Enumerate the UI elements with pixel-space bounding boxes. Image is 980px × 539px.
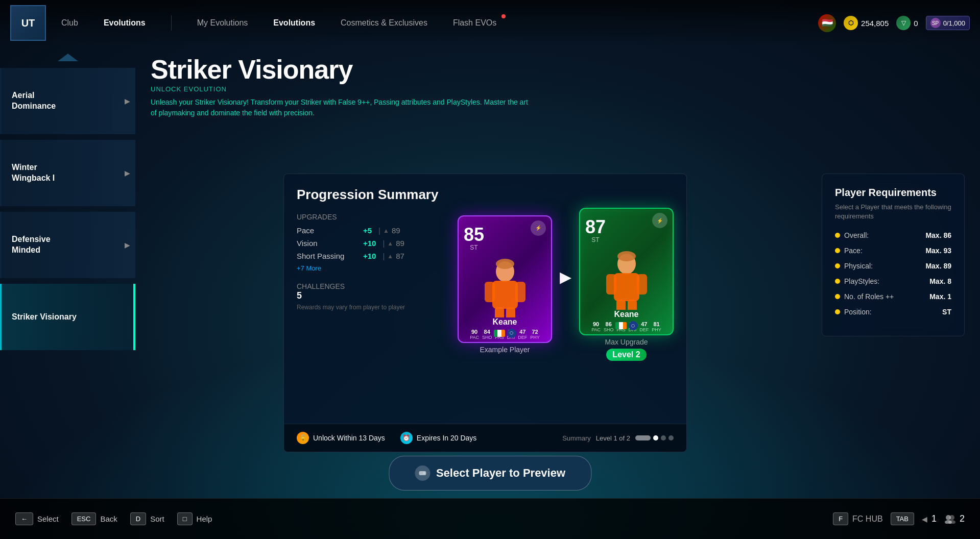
- sidebar-item-defensive-minded[interactable]: DefensiveMinded ▶: [0, 212, 135, 278]
- sidebar-item-aerial-dominance[interactable]: AerialDominance ▶: [0, 68, 135, 134]
- pace-upgrade-row: Pace +5 | ▲ 89: [297, 226, 447, 235]
- nav-my-evolutions[interactable]: My Evolutions: [192, 16, 253, 30]
- top-navigation: Club Evolutions My Evolutions Evolutions…: [0, 0, 980, 46]
- pace-upgrade-value: +5: [363, 226, 372, 235]
- sort-key: D: [130, 512, 146, 525]
- select-key: ←: [15, 512, 33, 525]
- bottom-control-bar: ← Select ESC Back D Sort □ Help F FC HUB…: [0, 498, 980, 539]
- prev-page-icon[interactable]: ◀: [922, 515, 927, 523]
- coins-value: 254,805: [861, 19, 889, 28]
- vision-upgrade-row: Vision +10 | ▲ 89: [297, 239, 447, 248]
- req-playstyles-label: PlayStyles:: [844, 277, 879, 285]
- after-card-container: 87 ST ⚡: [579, 208, 674, 361]
- req-pace-label: Pace:: [844, 247, 863, 255]
- fc-hub-icon: F: [833, 512, 848, 525]
- back-control: ESC Back: [71, 512, 117, 525]
- req-dot-icon: [835, 233, 840, 238]
- req-overall: Overall: Max. 86: [835, 231, 951, 239]
- req-position-value: ST: [942, 308, 951, 316]
- main-content: Striker Visionary Unlock Evolution Unlea…: [135, 46, 980, 498]
- sidebar-arrow-icon: ▶: [125, 97, 130, 105]
- progression-bottom-bar: 🔓 Unlock Within 13 Days ⏰ Expires In 20 …: [284, 424, 686, 452]
- after-card-footer: ⬡: [615, 321, 638, 330]
- svg-rect-4: [495, 307, 504, 317]
- req-physical-value: Max. 89: [925, 262, 951, 270]
- sidebar-arrow-icon: ▶: [125, 241, 130, 249]
- requirements-panel: Player Requirements Select a Player that…: [822, 174, 965, 336]
- sort-control: D Sort: [130, 512, 164, 525]
- svg-rect-1: [492, 281, 518, 309]
- league-after-icon: ⬡: [629, 321, 638, 330]
- select-player-btn-icon: [415, 465, 430, 481]
- challenges-label: Challenges: [297, 282, 447, 290]
- req-physical-label: Physical:: [844, 262, 873, 270]
- svg-point-6: [496, 259, 514, 269]
- before-card-position: ST: [464, 244, 484, 251]
- nav-separator: [171, 15, 172, 31]
- svg-rect-9: [606, 274, 616, 295]
- rewards-note: Rewards may vary from player to player: [297, 304, 447, 311]
- coins-icon: ⬡: [844, 16, 858, 30]
- select-player-btn-text: Select Player to Preview: [436, 467, 565, 480]
- level-progress-bar: [635, 435, 651, 440]
- expires-in-text: Expires In 20 Days: [417, 434, 477, 442]
- sp-currency: SP 0/1,000: [926, 16, 970, 30]
- level-dot-3[interactable]: [668, 435, 674, 440]
- select-player-button[interactable]: Select Player to Preview: [389, 456, 591, 491]
- player-figure-after: [591, 243, 662, 310]
- svg-point-13: [617, 251, 636, 261]
- nav-cosmetics[interactable]: Cosmetics & Exclusives: [336, 16, 433, 30]
- player-count-control: 2: [944, 513, 965, 524]
- unlock-within-info: 🔓 Unlock Within 13 Days: [297, 432, 385, 444]
- nav-flash-evos[interactable]: Flash EVOs: [448, 16, 501, 30]
- tab-key: TAB: [891, 512, 914, 525]
- req-dot-icon: [835, 248, 840, 253]
- progression-panel: Progression Summary Upgrades Pace +5 | ▲…: [283, 174, 687, 452]
- sidebar-arrow-icon: ▶: [125, 169, 130, 177]
- level-dot-2[interactable]: [661, 435, 666, 440]
- after-card-position: ST: [585, 236, 606, 243]
- before-card-container: 85 ST ⚡: [458, 215, 552, 354]
- help-control-label: Help: [197, 514, 212, 523]
- before-card-name: Keane: [492, 317, 517, 327]
- sidebar-item-winter-wingback[interactable]: WinterWingback I ▶: [0, 140, 135, 206]
- card-badge-icon-after: ⚡: [652, 213, 667, 228]
- nav-evolutions-sub[interactable]: Evolutions: [268, 16, 320, 30]
- req-roles: No. of Roles ++ Max. 1: [835, 292, 951, 301]
- ut-logo[interactable]: [10, 5, 46, 41]
- level-indicator: Level 1 of 2: [596, 434, 630, 442]
- req-physical: Physical: Max. 89: [835, 262, 951, 270]
- short-passing-upgrade-row: Short Passing +10 | ▲ 87: [297, 252, 447, 260]
- level-dot-1[interactable]: [653, 435, 658, 440]
- nav-evolutions[interactable]: Evolutions: [99, 16, 151, 30]
- unlock-icon: 🔓: [297, 432, 309, 444]
- sp-value: 0/1,000: [943, 19, 965, 27]
- vision-base-value: 89: [396, 239, 404, 248]
- summary-label: Summary: [562, 434, 591, 442]
- expires-icon: ⏰: [400, 432, 413, 444]
- svg-point-17: [949, 515, 954, 520]
- nav-club[interactable]: Club: [56, 16, 83, 30]
- upgrades-label: Upgrades: [297, 213, 447, 221]
- req-overall-label: Overall:: [844, 231, 869, 239]
- req-dot-icon: [835, 309, 840, 314]
- short-passing-base-value: 87: [396, 252, 404, 260]
- player-figure-before: [469, 251, 541, 317]
- sidebar: AerialDominance ▶ WinterWingback I ▶ Def…: [0, 46, 135, 498]
- coins-currency: ⬡ 254,805: [844, 16, 889, 30]
- scroll-up-icon[interactable]: [58, 54, 78, 61]
- sidebar-item-striker-visionary[interactable]: Striker Visionary: [0, 284, 135, 350]
- req-dot-icon: [835, 279, 840, 284]
- before-card-label: Example Player: [458, 346, 552, 354]
- page-num-1: 1: [931, 513, 937, 524]
- tab-control: TAB: [891, 512, 914, 525]
- player-card-before: 85 ST ⚡: [458, 215, 552, 343]
- separator: |: [383, 252, 385, 260]
- players-icon: [944, 514, 955, 524]
- sort-control-label: Sort: [150, 514, 164, 523]
- summary-navigation: Summary Level 1 of 2: [562, 434, 674, 442]
- more-upgrades-link[interactable]: +7 More: [297, 264, 447, 272]
- sidebar-item-label: Striker Visionary: [12, 312, 77, 323]
- page-description: Unleash your Striker Visionary! Transfor…: [151, 97, 534, 118]
- progression-title: Progression Summary: [297, 187, 674, 203]
